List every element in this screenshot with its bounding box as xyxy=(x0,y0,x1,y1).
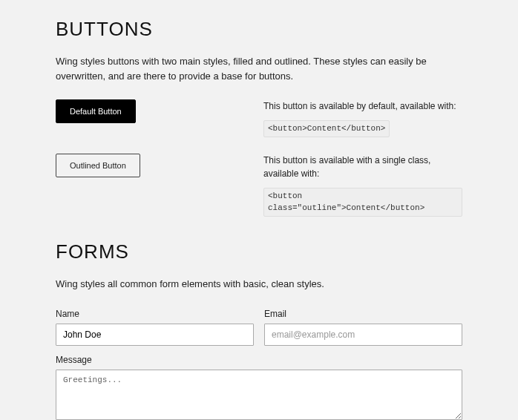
email-field-wrapper: Email xyxy=(264,307,462,346)
buttons-intro: Wing styles buttons with two main styles… xyxy=(56,54,462,83)
outlined-button-desc: This button is available with a single c… xyxy=(263,154,462,180)
name-field-wrapper: Name xyxy=(56,307,254,346)
forms-intro: Wing styles all common form elements wit… xyxy=(56,277,462,292)
outlined-button-code: <button class="outline">Content</button> xyxy=(263,188,462,217)
default-button-code: <button>Content</button> xyxy=(263,120,390,137)
name-input[interactable] xyxy=(56,324,254,346)
email-input[interactable] xyxy=(264,324,462,346)
default-button[interactable]: Default Button xyxy=(56,99,136,123)
forms-heading: FORMS xyxy=(56,237,462,266)
form-row-name-email: Name Email xyxy=(56,307,462,346)
buttons-heading: BUTTONS xyxy=(56,15,462,44)
outlined-button-row: Outlined Button This button is available… xyxy=(56,154,462,217)
message-field-wrapper: Message Greetings... xyxy=(56,353,462,420)
default-button-row: Default Button This button is available … xyxy=(56,99,462,137)
message-textarea[interactable]: Greetings... xyxy=(56,370,462,420)
forms-section: FORMS Wing styles all common form elemen… xyxy=(56,237,462,421)
message-label: Message xyxy=(56,353,462,367)
buttons-section: BUTTONS Wing styles buttons with two mai… xyxy=(56,15,462,217)
default-button-desc: This button is available by default, ava… xyxy=(263,99,462,113)
outlined-button[interactable]: Outlined Button xyxy=(56,154,140,177)
email-label: Email xyxy=(264,307,462,321)
name-label: Name xyxy=(56,307,254,321)
